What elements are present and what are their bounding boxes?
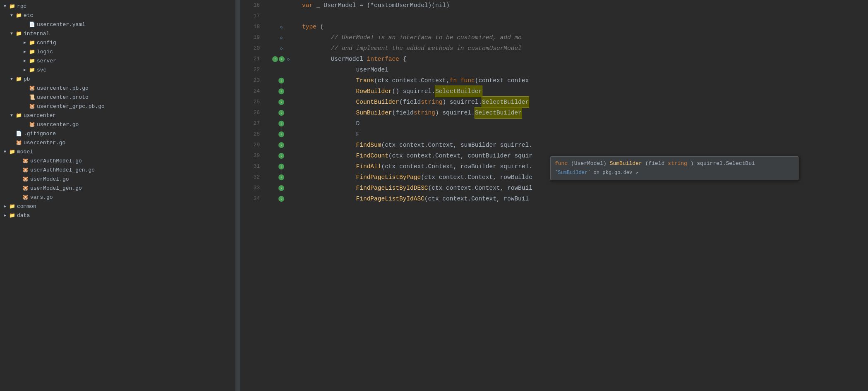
gutter-diamond-18: ⬦ <box>279 21 283 32</box>
tree-item-vars[interactable]: 🐹 vars.go <box>0 193 235 202</box>
folder-icon-etc: 📁 <box>15 12 22 19</box>
gutter-diamond-21: ⬦ <box>286 54 290 64</box>
tree-label-um: userModel.go <box>30 176 69 182</box>
tree-item-usercenter-go2[interactable]: 🐹 usercenter.go <box>0 138 235 147</box>
tooltip-external-link-icon: ↗ <box>635 170 638 176</box>
sidebar-resize-handle[interactable] <box>236 0 240 391</box>
gutter-diamond-20: ⬦ <box>279 43 283 54</box>
gutter-circle-down-32: ↓ <box>278 174 284 180</box>
go-file-icon-6: 🐹 <box>22 167 29 173</box>
code-line-21: UserModel interface { <box>302 54 868 64</box>
tree-item-server[interactable]: ▶ 📁 server <box>0 56 235 65</box>
code-line-27: D <box>302 118 868 129</box>
tooltip-param-type: string <box>668 160 687 167</box>
line-num-17: 17 <box>240 11 260 21</box>
code-area: 16 17 18 19 20 21 22 23 24 25 26 27 28 2… <box>240 0 868 391</box>
tooltip-link-line[interactable]: `SumBuilder` on pkg.go.dev ↗ <box>555 168 794 177</box>
tooltip-signature: func (UserModel) SumBuilder (field strin… <box>555 159 794 168</box>
tree-label-uam: userAuthModel.go <box>30 158 82 164</box>
tree-label-config: config <box>37 40 56 46</box>
code-line-28: F <box>302 129 868 140</box>
expand-arrow-data[interactable]: ▶ <box>2 213 8 218</box>
gutter-circle-down-33: ↓ <box>278 185 284 191</box>
tree-item-common[interactable]: ▶ 📁 common <box>0 202 235 211</box>
tree-label-data: data <box>17 212 30 219</box>
expand-arrow-model[interactable]: ▼ <box>2 150 8 154</box>
gutter-22 <box>265 64 298 75</box>
expand-arrow-logic[interactable]: ▶ <box>22 49 28 54</box>
expand-arrow-common[interactable]: ▶ <box>2 204 8 209</box>
tooltip-link-text[interactable]: SumBuilder <box>558 170 587 176</box>
tree-item-pb[interactable]: ▼ 📁 pb <box>0 74 235 83</box>
tree-item-rpc[interactable]: ▼ 📁 rpc <box>0 2 235 11</box>
code-line-26: SumBuilder(field string) squirrel.Select… <box>302 107 868 118</box>
tree-item-usercenter-grpc-pb-go[interactable]: 🐹 usercenter_grpc.pb.go <box>0 102 235 111</box>
tree-label-logic: logic <box>37 49 53 55</box>
gitignore-file-icon: 📄 <box>15 131 22 137</box>
gutter-circle-down-26: ↓ <box>278 110 284 116</box>
code-line-23: Trans(ctx context.Context, fn func(conte… <box>302 75 868 86</box>
file-tree[interactable]: ▼ 📁 rpc ▼ 📁 etc 📄 usercenter.yaml ▼ 📁 in… <box>0 0 236 391</box>
gutter-16 <box>265 0 298 11</box>
code-line-16: var _ UserModel = (*customUserModel)(nil… <box>302 0 868 11</box>
line-num-23: 23 <box>240 75 260 86</box>
code-line-20: // and implement the added methods in cu… <box>302 43 868 54</box>
tree-item-usercenter-go[interactable]: 🐹 usercenter.go <box>0 120 235 129</box>
expand-arrow-etc[interactable]: ▼ <box>8 13 15 18</box>
expand-arrow-ucdir[interactable]: ▼ <box>8 113 15 118</box>
tooltip-params: (field <box>645 160 668 167</box>
code-line-19: // UserModel is an interface to be custo… <box>302 32 868 43</box>
yaml-file-icon: 📄 <box>28 21 36 28</box>
code-line-25: CountBuilder(field string) squirrel.Sele… <box>302 97 868 107</box>
tree-item-usercenter-pb-go[interactable]: 🐹 usercenter.pb.go <box>0 83 235 93</box>
tree-label-ucproto: usercenter.proto <box>37 94 89 100</box>
tree-item-data[interactable]: ▶ 📁 data <box>0 211 235 220</box>
tree-item-gitignore[interactable]: 📄 .gitignore <box>0 129 235 138</box>
gutter-26: ↓ <box>265 107 298 118</box>
tree-item-svc[interactable]: ▶ 📁 svc <box>0 65 235 74</box>
expand-arrow-server[interactable]: ▶ <box>22 58 28 63</box>
tooltip-backtick-2: ` on pkg.go.dev <box>587 170 635 176</box>
tree-item-userModel[interactable]: 🐹 userModel.go <box>0 174 235 184</box>
expand-arrow-pb[interactable]: ▼ <box>8 77 15 81</box>
folder-icon-logic: 📁 <box>28 49 36 55</box>
tree-item-model[interactable]: ▼ 📁 model <box>0 147 235 156</box>
tree-item-userAuthModel-gen[interactable]: 🐹 userAuthModel_gen.go <box>0 165 235 174</box>
gutter-23: ↓ <box>265 75 298 86</box>
line-num-22: 22 <box>240 64 260 75</box>
line-num-31: 31 <box>240 161 260 172</box>
tooltip-return-type: ) squirrel.SelectBui <box>691 160 755 167</box>
gutter-circle-down-30: ↓ <box>278 153 284 159</box>
tree-item-userAuthModel[interactable]: 🐹 userAuthModel.go <box>0 156 235 165</box>
line-num-28: 28 <box>240 129 260 140</box>
line-num-24: 24 <box>240 86 260 97</box>
expand-arrow-svc[interactable]: ▶ <box>22 67 28 72</box>
gutter-circle-down-27: ↓ <box>278 121 284 126</box>
line-num-26: 26 <box>240 107 260 118</box>
tree-label-uamgen: userAuthModel_gen.go <box>30 167 95 173</box>
code-line-33: FindPageListByIdDESC(ctx context.Context… <box>302 183 868 193</box>
folder-icon-rpc: 📁 <box>8 3 16 10</box>
tree-item-config[interactable]: ▶ 📁 config <box>0 38 235 47</box>
gutter-diamond-19: ⬦ <box>279 32 283 43</box>
code-line-22: userModel <box>302 64 868 75</box>
gutter-17 <box>265 11 298 21</box>
tree-item-logic[interactable]: ▶ 📁 logic <box>0 47 235 56</box>
expand-arrow-rpc[interactable]: ▼ <box>2 4 8 9</box>
tree-item-etc[interactable]: ▼ 📁 etc <box>0 11 235 20</box>
tree-item-usercenter-proto[interactable]: 📜 usercenter.proto <box>0 93 235 102</box>
folder-icon-ucdir: 📁 <box>15 112 22 119</box>
expand-arrow-config[interactable]: ▶ <box>22 40 28 45</box>
code-line-17 <box>302 11 868 21</box>
gutter-24: ↓ <box>265 86 298 97</box>
tree-item-userModel-gen[interactable]: 🐹 userModel_gen.go <box>0 184 235 193</box>
expand-arrow-internal[interactable]: ▼ <box>8 31 15 36</box>
tree-item-usercenter-dir[interactable]: ▼ 📁 usercenter <box>0 111 235 120</box>
tree-item-yaml[interactable]: 📄 usercenter.yaml <box>0 20 235 29</box>
proto-file-icon: 📜 <box>28 94 36 100</box>
gutter-circle-down-29: ↓ <box>278 142 284 148</box>
tree-item-internal[interactable]: ▼ 📁 internal <box>0 29 235 38</box>
gutter-circle-down-31: ↓ <box>278 164 284 169</box>
tree-label-rpc: rpc <box>17 3 26 10</box>
tree-label-ucgo: usercenter.go <box>37 122 79 128</box>
